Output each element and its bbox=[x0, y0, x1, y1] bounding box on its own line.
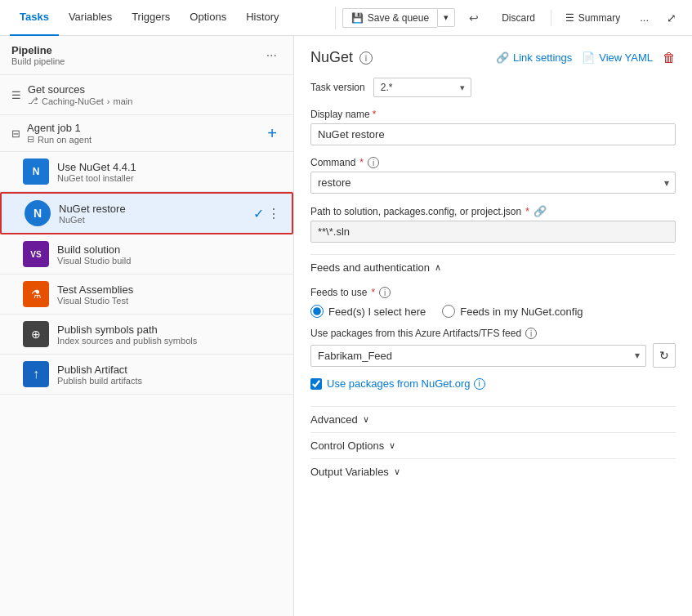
task-actions: ✓ ⋮ bbox=[253, 206, 280, 221]
task-more-icon[interactable]: ⋮ bbox=[267, 206, 280, 221]
task-item-nuget-restore[interactable]: N NuGet restore NuGet ✓ ⋮ bbox=[0, 192, 293, 234]
task-version-row: Task version 2.* 1.* 0.* ▾ bbox=[310, 78, 676, 97]
control-options-section-header[interactable]: Control Options ∨ bbox=[310, 432, 676, 458]
discard-button[interactable]: Discard bbox=[493, 8, 544, 28]
command-required: * bbox=[359, 157, 364, 168]
task-item-nuget-tool[interactable]: N Use NuGet 4.4.1 NuGet tool installer bbox=[0, 152, 293, 192]
pipeline-ellipsis-button[interactable]: ··· bbox=[261, 47, 282, 65]
advanced-chevron-icon: ∨ bbox=[363, 414, 369, 425]
feeds-option-2[interactable]: Feeds in my NuGet.config bbox=[442, 305, 583, 318]
feeds-to-use: Feeds to use * i Feed(s) I select here F… bbox=[310, 280, 676, 403]
nuget-restore-sub: NuGet bbox=[59, 215, 245, 225]
task-version-label: Task version bbox=[310, 82, 365, 93]
path-link-icon[interactable]: 🔗 bbox=[534, 205, 547, 217]
panel-title-row: NuGet i bbox=[310, 49, 373, 66]
link-settings-button[interactable]: 🔗 Link settings bbox=[496, 51, 572, 64]
azure-feed-label: Use packages from this Azure Artifacts/T… bbox=[310, 328, 676, 339]
feed-refresh-button[interactable]: ↻ bbox=[653, 343, 676, 368]
feeds-section-label: Feeds and authentication bbox=[310, 261, 430, 274]
build-name: Build solution bbox=[57, 243, 282, 256]
agent-job-row: ⊟ Agent job 1 ⊟ Run on agent + bbox=[0, 115, 293, 152]
get-sources: ☰ Get sources ⎇ Caching-NuGet › main bbox=[0, 75, 293, 115]
tab-history[interactable]: History bbox=[236, 0, 288, 36]
task-item-test[interactable]: ⚗ Test Assemblies Visual Studio Test bbox=[0, 275, 293, 315]
tab-triggers[interactable]: Triggers bbox=[122, 0, 180, 36]
path-input[interactable] bbox=[310, 221, 676, 243]
summary-icon: ☰ bbox=[565, 12, 574, 24]
tab-options[interactable]: Options bbox=[180, 0, 236, 36]
control-options-label: Control Options bbox=[310, 440, 384, 452]
publish-art-name: Publish Artifact bbox=[57, 364, 282, 376]
nav-separator bbox=[335, 7, 336, 29]
toolbar: 💾 Save & queue ▾ ↩ Discard ☰ Summary ...… bbox=[342, 7, 682, 29]
right-panel: NuGet i 🔗 Link settings 📄 View YAML 🗑 Ta… bbox=[294, 36, 692, 616]
tab-variables[interactable]: Variables bbox=[59, 0, 122, 36]
add-task-button[interactable]: + bbox=[262, 123, 282, 143]
output-variables-chevron-icon: ∨ bbox=[394, 466, 400, 477]
azure-feed-info-icon[interactable]: i bbox=[525, 328, 537, 339]
output-variables-section-header[interactable]: Output Variables ∨ bbox=[310, 458, 676, 484]
feeds-section-header[interactable]: Feeds and authentication ∧ bbox=[310, 254, 676, 280]
agent-job-title: Agent job 1 bbox=[27, 122, 92, 134]
feeds-chevron-up-icon: ∧ bbox=[435, 262, 441, 273]
get-sources-label: Get sources bbox=[28, 83, 132, 96]
feeds-required: * bbox=[371, 287, 375, 298]
command-select-wrap: restore push pack custom ▾ bbox=[310, 172, 676, 194]
toolbar-separator bbox=[551, 10, 551, 26]
save-queue-button-group: 💾 Save & queue ▾ bbox=[342, 8, 455, 28]
top-nav: Tasks Variables Triggers Options History… bbox=[0, 0, 692, 36]
save-icon: 💾 bbox=[351, 12, 364, 24]
test-icon: ⚗ bbox=[23, 281, 49, 307]
nuget-org-label[interactable]: Use packages from NuGet.org i bbox=[327, 377, 485, 390]
undo-button[interactable]: ↩ bbox=[462, 7, 486, 29]
advanced-label: Advanced bbox=[310, 413, 358, 426]
agent-job-icon: ⊟ Agent job 1 ⊟ Run on agent bbox=[11, 122, 92, 145]
task-item-build[interactable]: VS Build solution Visual Studio build bbox=[0, 234, 293, 275]
publish-sym-icon: ⊕ bbox=[23, 321, 49, 347]
more-button[interactable]: ... bbox=[634, 7, 654, 28]
command-info-icon[interactable]: i bbox=[368, 157, 379, 168]
nuget-org-info-icon[interactable]: i bbox=[474, 378, 485, 390]
summary-button[interactable]: ☰ Summary bbox=[558, 8, 627, 28]
output-variables-label: Output Variables bbox=[310, 466, 389, 478]
nuget-org-checkbox-row: Use packages from NuGet.org i bbox=[310, 377, 676, 390]
get-sources-repo: Caching-NuGet bbox=[42, 96, 104, 106]
command-field: Command * i restore push pack custom ▾ bbox=[310, 157, 676, 194]
nuget-restore-icon: N bbox=[25, 200, 51, 226]
display-name-input[interactable] bbox=[310, 123, 676, 145]
main-layout: Pipeline Build pipeline ··· ☰ Get source… bbox=[0, 36, 692, 616]
feed-select[interactable]: Fabrikam_Feed bbox=[310, 345, 646, 367]
pipeline-header: Pipeline Build pipeline ··· bbox=[0, 36, 293, 75]
get-sources-list-icon: ☰ bbox=[11, 89, 21, 101]
command-select[interactable]: restore push pack custom bbox=[310, 172, 676, 194]
task-check-icon: ✓ bbox=[253, 206, 264, 221]
panel-actions: 🔗 Link settings 📄 View YAML 🗑 bbox=[496, 51, 676, 65]
save-queue-button[interactable]: 💾 Save & queue bbox=[342, 8, 437, 28]
tab-tasks[interactable]: Tasks bbox=[10, 0, 59, 36]
view-yaml-button[interactable]: 📄 View YAML bbox=[582, 51, 653, 64]
nuget-org-checkbox[interactable] bbox=[310, 378, 322, 390]
get-sources-branch: main bbox=[114, 96, 133, 106]
path-label: Path to solution, packages.config, or pr… bbox=[310, 205, 676, 217]
branch-icon: ⎇ bbox=[28, 96, 38, 106]
publish-art-sub: Publish build artifacts bbox=[57, 376, 282, 386]
feed-select-row: Fabrikam_Feed ▾ ↻ bbox=[310, 343, 676, 368]
display-name-field: Display name * bbox=[310, 109, 676, 145]
save-queue-dropdown[interactable]: ▾ bbox=[437, 8, 455, 27]
nav-tabs: Tasks Variables Triggers Options History bbox=[10, 0, 289, 35]
feeds-radio-2[interactable] bbox=[442, 305, 455, 318]
task-version-select[interactable]: 2.* 1.* 0.* bbox=[373, 78, 471, 97]
expand-button[interactable]: ⤢ bbox=[661, 7, 682, 29]
feeds-info-icon[interactable]: i bbox=[379, 287, 391, 298]
feeds-option-1[interactable]: Feed(s) I select here bbox=[310, 305, 426, 318]
feed-select-wrap: Fabrikam_Feed ▾ bbox=[310, 345, 646, 367]
task-item-publish-art[interactable]: ↑ Publish Artifact Publish build artifac… bbox=[0, 355, 293, 395]
agent-run-icon: ⊟ bbox=[27, 134, 34, 145]
publish-sym-name: Publish symbols path bbox=[57, 324, 282, 336]
advanced-section-header[interactable]: Advanced ∨ bbox=[310, 406, 676, 432]
task-item-publish-sym[interactable]: ⊕ Publish symbols path Index sources and… bbox=[0, 315, 293, 355]
feeds-radio-1[interactable] bbox=[310, 305, 324, 318]
build-sub: Visual Studio build bbox=[57, 256, 282, 266]
nuget-info-icon[interactable]: i bbox=[359, 51, 373, 65]
delete-button[interactable]: 🗑 bbox=[663, 51, 676, 65]
